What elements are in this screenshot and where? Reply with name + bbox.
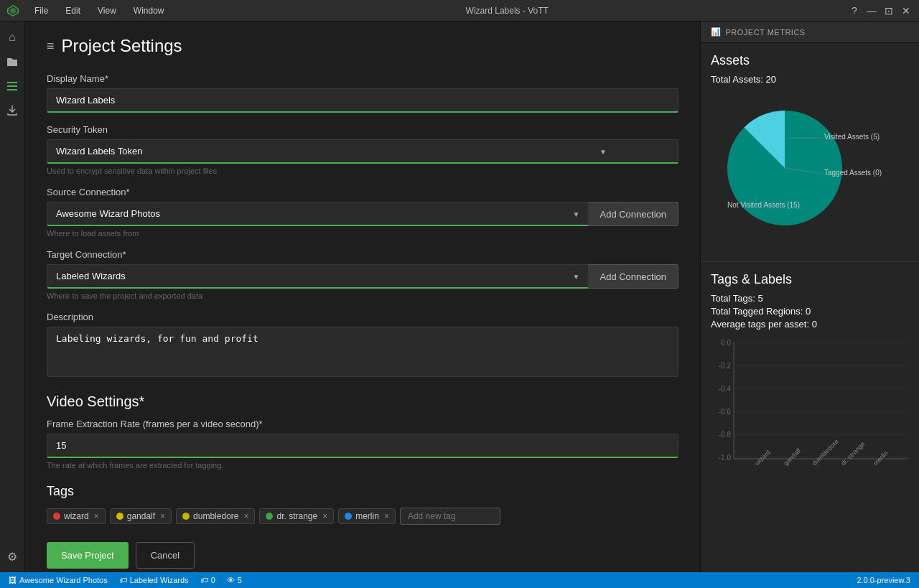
tag-remove-icon[interactable]: × bbox=[94, 511, 99, 521]
source-connection-label: Source Connection* bbox=[47, 187, 678, 197]
minimize-button[interactable]: — bbox=[864, 4, 879, 18]
metrics-header: 📊 PROJECT METRICS bbox=[701, 22, 919, 43]
source-icon: 🖼 bbox=[9, 576, 17, 584]
tag-count-icon: 🏷 bbox=[200, 576, 208, 584]
target-icon: 🏷 bbox=[119, 576, 127, 584]
sidebar-open-icon[interactable] bbox=[2, 52, 22, 72]
display-name-group: Display Name* bbox=[47, 73, 678, 113]
y-label-5: -1.0 bbox=[719, 454, 732, 462]
security-token-hint: Used to encrypt sensitive data within pr… bbox=[47, 167, 678, 175]
target-connection-row: Labeled Wizards ▼ Add Connection bbox=[47, 264, 678, 289]
target-add-connection-button[interactable]: Add Connection bbox=[588, 264, 678, 289]
frame-rate-input[interactable] bbox=[47, 434, 678, 458]
menu-edit[interactable]: Edit bbox=[62, 4, 83, 17]
target-connection-wrapper: Labeled Wizards ▼ bbox=[47, 264, 588, 289]
target-status: 🏷 Labeled Wizards bbox=[119, 576, 189, 584]
total-assets-value: 20 bbox=[766, 74, 776, 85]
frame-rate-group: Frame Extraction Rate (frames per a vide… bbox=[47, 419, 678, 470]
eye-icon: 👁 bbox=[227, 576, 235, 584]
frame-rate-label: Frame Extraction Rate (frames per a vide… bbox=[47, 419, 678, 429]
content-area: ≡ Project Settings Display Name* Securit… bbox=[25, 22, 919, 572]
list-item: merlin × bbox=[338, 508, 396, 524]
description-textarea[interactable]: Labeling wizards, for fun and profit bbox=[47, 327, 678, 377]
add-tag-input[interactable] bbox=[400, 508, 500, 525]
visited-count-text: 5 bbox=[238, 576, 242, 584]
y-label-1: -0.2 bbox=[719, 362, 732, 370]
svg-rect-3 bbox=[7, 85, 17, 87]
tag-remove-icon[interactable]: × bbox=[322, 511, 327, 521]
avg-tags-label-text: Average tags per asset: bbox=[711, 319, 812, 330]
menu-window[interactable]: Window bbox=[131, 4, 167, 17]
not-visited-label: Not Visited Assets (15) bbox=[727, 201, 800, 209]
target-connection-select[interactable]: Labeled Wizards bbox=[47, 264, 588, 289]
sidebar-settings-icon[interactable]: ⚙ bbox=[2, 546, 22, 566]
help-button[interactable]: ? bbox=[847, 4, 862, 18]
video-settings-title: Video Settings* bbox=[47, 393, 678, 410]
source-status: 🖼 Awesome Wizard Photos bbox=[9, 576, 108, 584]
source-status-text: Awesome Wizard Photos bbox=[19, 576, 108, 584]
video-settings-section: Video Settings* Frame Extraction Rate (f… bbox=[47, 393, 678, 470]
tags-section: Tags wizard × gandalf × dumbledore × dr.… bbox=[47, 484, 678, 525]
version-text: 2.0.0-preview.3 bbox=[857, 576, 910, 584]
svg-rect-2 bbox=[7, 82, 17, 83]
tag-remove-icon[interactable]: × bbox=[160, 511, 165, 521]
sidebar-home-icon[interactable]: ⌂ bbox=[2, 27, 22, 47]
tag-color-dot bbox=[182, 513, 190, 520]
sidebar-tag-icon[interactable] bbox=[2, 76, 22, 96]
tag-name: merlin bbox=[355, 511, 379, 521]
tags-labels-section: Tags & Labels Total Tags: 5 Total Tagged… bbox=[701, 261, 919, 503]
close-button[interactable]: ✕ bbox=[899, 4, 913, 18]
tags-title: Tags bbox=[47, 484, 678, 499]
visited-status: 👁 5 bbox=[227, 576, 242, 584]
menu-view[interactable]: View bbox=[95, 4, 119, 17]
bar-label-dr-strange: dr. strange bbox=[839, 440, 866, 467]
source-connection-wrapper: Awesome Wizard Photos ▼ bbox=[47, 202, 588, 226]
display-name-label: Display Name* bbox=[47, 73, 678, 84]
source-connection-row: Awesome Wizard Photos ▼ Add Connection bbox=[47, 202, 678, 226]
total-tagged-stat: Total Tagged Regions: 0 bbox=[711, 306, 909, 317]
target-status-text: Labeled Wizards bbox=[130, 576, 189, 584]
bar-chart-container: 0.0 -0.2 -0.4 -0.6 -0.8 -1.0 bbox=[711, 335, 909, 493]
tag-color-dot bbox=[345, 513, 352, 520]
total-assets-stat: Total Assets: 20 bbox=[711, 74, 909, 85]
window-controls: ? — ⊡ ✕ bbox=[847, 4, 913, 18]
main-area: ⌂ ⚙ ≡ Project Settings Display Name* bbox=[0, 22, 919, 572]
y-label-0: 0.0 bbox=[721, 339, 731, 347]
action-buttons: Save Project Cancel bbox=[47, 542, 678, 569]
app-logo bbox=[6, 4, 20, 18]
app-title: Wizard Labels - VoTT bbox=[179, 6, 836, 16]
menu-file[interactable]: File bbox=[32, 4, 51, 17]
tagged-label: Tagged Assets (0) bbox=[824, 169, 882, 177]
hamburger-icon: ≡ bbox=[47, 39, 55, 54]
tag-remove-icon[interactable]: × bbox=[384, 511, 389, 521]
bar-chart-svg: 0.0 -0.2 -0.4 -0.6 -0.8 -1.0 bbox=[711, 335, 912, 493]
status-bar: 🖼 Awesome Wizard Photos 🏷 Labeled Wizard… bbox=[0, 572, 919, 588]
target-connection-group: Target Connection* Labeled Wizards ▼ Add… bbox=[47, 249, 678, 300]
bar-label-wizard: wizard bbox=[753, 449, 772, 467]
source-connection-select[interactable]: Awesome Wizard Photos bbox=[47, 202, 588, 226]
source-add-connection-button[interactable]: Add Connection bbox=[588, 202, 678, 226]
target-connection-label: Target Connection* bbox=[47, 249, 678, 260]
maximize-button[interactable]: ⊡ bbox=[882, 4, 896, 18]
tag-color-dot bbox=[266, 513, 273, 520]
tag-remove-icon[interactable]: × bbox=[243, 511, 248, 521]
sidebar-export-icon[interactable] bbox=[2, 101, 22, 121]
target-connection-hint: Where to save the project and exported d… bbox=[47, 291, 678, 300]
source-connection-hint: Where to load assets from bbox=[47, 229, 678, 238]
display-name-input[interactable] bbox=[47, 88, 678, 113]
security-token-wrapper: Wizard Labels Token ▼ bbox=[47, 139, 678, 164]
description-group: Description Labeling wizards, for fun an… bbox=[47, 312, 678, 379]
security-token-group: Security Token Wizard Labels Token ▼ Use… bbox=[47, 124, 678, 175]
tag-name: dr. strange bbox=[276, 511, 317, 521]
page-title: Project Settings bbox=[62, 36, 182, 56]
avg-tags-stat: Average tags per asset: 0 bbox=[711, 319, 909, 330]
pie-chart-svg: Visited Assets (5) Tagged Assets (0) Not… bbox=[713, 96, 907, 240]
assets-section: Assets Total Assets: 20 bbox=[701, 43, 919, 261]
tag-name: dumbledore bbox=[193, 511, 238, 521]
total-tagged-value: 0 bbox=[806, 306, 811, 317]
source-connection-group: Source Connection* Awesome Wizard Photos… bbox=[47, 187, 678, 238]
security-token-select[interactable]: Wizard Labels Token bbox=[47, 139, 678, 164]
page-title-container: ≡ Project Settings bbox=[47, 36, 678, 56]
cancel-button[interactable]: Cancel bbox=[136, 542, 195, 569]
save-project-button[interactable]: Save Project bbox=[47, 542, 129, 569]
